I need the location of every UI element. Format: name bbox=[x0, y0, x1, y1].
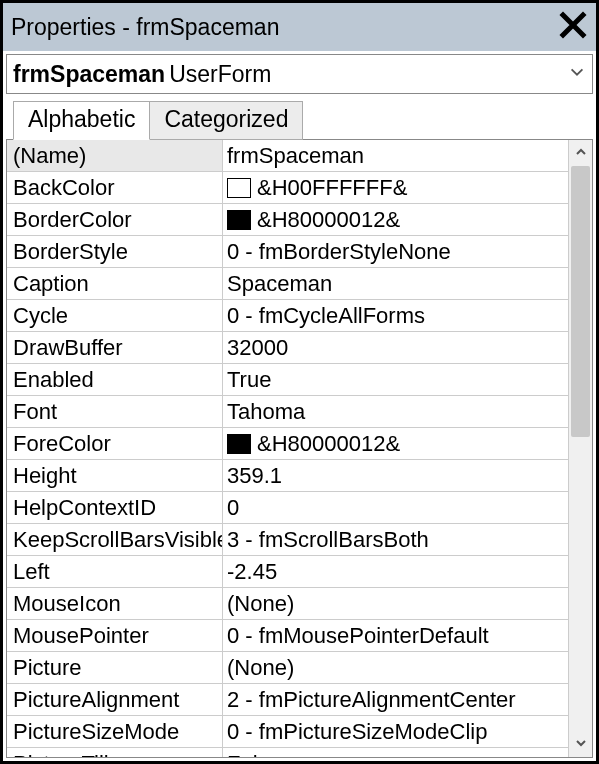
property-value[interactable]: 0 bbox=[223, 492, 568, 523]
property-row[interactable]: HelpContextID0 bbox=[7, 492, 568, 524]
property-value-text: &H80000012& bbox=[257, 207, 400, 233]
property-row[interactable]: ForeColor&H80000012& bbox=[7, 428, 568, 460]
property-row[interactable]: MouseIcon(None) bbox=[7, 588, 568, 620]
property-name: Height bbox=[7, 460, 223, 491]
property-name: Left bbox=[7, 556, 223, 587]
property-row[interactable]: Height359.1 bbox=[7, 460, 568, 492]
property-value[interactable]: Spaceman bbox=[223, 268, 568, 299]
property-value[interactable]: True bbox=[223, 364, 568, 395]
property-name: Caption bbox=[7, 268, 223, 299]
property-row[interactable]: (Name)frmSpaceman bbox=[7, 140, 568, 172]
property-row[interactable]: PictureAlignment2 - fmPictureAlignmentCe… bbox=[7, 684, 568, 716]
tab-strip: Alphabetic Categorized bbox=[3, 94, 596, 139]
property-name: Cycle bbox=[7, 300, 223, 331]
property-value-text: (None) bbox=[227, 591, 294, 617]
property-name: KeepScrollBarsVisible bbox=[7, 524, 223, 555]
titlebar: Properties - frmSpaceman bbox=[3, 3, 596, 51]
tab-alphabetic[interactable]: Alphabetic bbox=[13, 101, 150, 140]
property-value[interactable]: &H00FFFFFF& bbox=[223, 172, 568, 203]
property-grid-container: (Name)frmSpacemanBackColor&H00FFFFFF&Bor… bbox=[6, 139, 593, 758]
property-value-text: frmSpaceman bbox=[227, 143, 364, 169]
property-row[interactable]: BackColor&H00FFFFFF& bbox=[7, 172, 568, 204]
property-row[interactable]: CaptionSpaceman bbox=[7, 268, 568, 300]
property-row[interactable]: DrawBuffer32000 bbox=[7, 332, 568, 364]
property-name: Enabled bbox=[7, 364, 223, 395]
property-value-text: 3 - fmScrollBarsBoth bbox=[227, 527, 429, 553]
property-name: (Name) bbox=[7, 140, 223, 171]
property-name: BackColor bbox=[7, 172, 223, 203]
property-value-text: True bbox=[227, 367, 271, 393]
property-value[interactable]: 3 - fmScrollBarsBoth bbox=[223, 524, 568, 555]
property-row[interactable]: PictureTilingFalse bbox=[7, 748, 568, 757]
property-value-text: -2.45 bbox=[227, 559, 277, 585]
property-value-text: 0 bbox=[227, 495, 239, 521]
property-value[interactable]: &H80000012& bbox=[223, 428, 568, 459]
property-name: MousePointer bbox=[7, 620, 223, 651]
property-row[interactable]: Cycle0 - fmCycleAllForms bbox=[7, 300, 568, 332]
tab-categorized[interactable]: Categorized bbox=[149, 101, 303, 140]
property-value-text: &H80000012& bbox=[257, 431, 400, 457]
properties-window: Properties - frmSpaceman frmSpaceman Use… bbox=[0, 0, 599, 764]
property-value[interactable]: frmSpaceman bbox=[223, 140, 568, 171]
property-value-text: 0 - fmMousePointerDefault bbox=[227, 623, 489, 649]
property-value[interactable]: 0 - fmCycleAllForms bbox=[223, 300, 568, 331]
window-title: Properties - frmSpaceman bbox=[11, 14, 279, 41]
property-value[interactable]: Tahoma bbox=[223, 396, 568, 427]
property-value-text: False bbox=[227, 751, 281, 758]
property-row[interactable]: BorderColor&H80000012& bbox=[7, 204, 568, 236]
property-row[interactable]: BorderStyle0 - fmBorderStyleNone bbox=[7, 236, 568, 268]
property-value-text: 2 - fmPictureAlignmentCenter bbox=[227, 687, 516, 713]
color-swatch bbox=[227, 210, 251, 230]
property-value-text: 32000 bbox=[227, 335, 288, 361]
property-row[interactable]: PictureSizeMode0 - fmPictureSizeModeClip bbox=[7, 716, 568, 748]
property-value[interactable]: 0 - fmMousePointerDefault bbox=[223, 620, 568, 651]
property-name: PictureTiling bbox=[7, 748, 223, 757]
object-type: UserForm bbox=[169, 61, 271, 88]
property-value[interactable]: 0 - fmBorderStyleNone bbox=[223, 236, 568, 267]
property-value[interactable]: &H80000012& bbox=[223, 204, 568, 235]
property-name: BorderStyle bbox=[7, 236, 223, 267]
object-selector[interactable]: frmSpaceman UserForm bbox=[6, 54, 593, 94]
property-name: PictureAlignment bbox=[7, 684, 223, 715]
property-value-text: (None) bbox=[227, 655, 294, 681]
property-grid: (Name)frmSpacemanBackColor&H00FFFFFF&Bor… bbox=[7, 140, 568, 757]
scroll-down-button[interactable] bbox=[569, 731, 593, 757]
property-value[interactable]: 2 - fmPictureAlignmentCenter bbox=[223, 684, 568, 715]
property-value-text: Tahoma bbox=[227, 399, 305, 425]
property-value-text: 0 - fmCycleAllForms bbox=[227, 303, 425, 329]
close-icon bbox=[558, 10, 588, 44]
property-value-text: 359.1 bbox=[227, 463, 282, 489]
property-row[interactable]: FontTahoma bbox=[7, 396, 568, 428]
chevron-down-icon bbox=[568, 63, 586, 85]
property-value-text: 0 - fmPictureSizeModeClip bbox=[227, 719, 487, 745]
property-name: Picture bbox=[7, 652, 223, 683]
property-value[interactable]: 32000 bbox=[223, 332, 568, 363]
property-name: MouseIcon bbox=[7, 588, 223, 619]
property-value-text: Spaceman bbox=[227, 271, 332, 297]
property-value-text: &H00FFFFFF& bbox=[257, 175, 407, 201]
property-name: BorderColor bbox=[7, 204, 223, 235]
vertical-scrollbar[interactable] bbox=[568, 140, 592, 757]
property-value[interactable]: (None) bbox=[223, 652, 568, 683]
scroll-up-button[interactable] bbox=[569, 140, 593, 166]
property-row[interactable]: KeepScrollBarsVisible3 - fmScrollBarsBot… bbox=[7, 524, 568, 556]
property-value[interactable]: 0 - fmPictureSizeModeClip bbox=[223, 716, 568, 747]
close-button[interactable] bbox=[556, 10, 590, 44]
property-value[interactable]: False bbox=[223, 748, 568, 757]
color-swatch bbox=[227, 178, 251, 198]
property-row[interactable]: Picture(None) bbox=[7, 652, 568, 684]
scrollbar-track[interactable] bbox=[569, 166, 592, 731]
chevron-down-icon bbox=[575, 735, 587, 753]
property-row[interactable]: Left-2.45 bbox=[7, 556, 568, 588]
property-value[interactable]: -2.45 bbox=[223, 556, 568, 587]
object-name: frmSpaceman bbox=[13, 61, 165, 88]
property-name: HelpContextID bbox=[7, 492, 223, 523]
chevron-up-icon bbox=[575, 144, 587, 162]
property-row[interactable]: EnabledTrue bbox=[7, 364, 568, 396]
color-swatch bbox=[227, 434, 251, 454]
property-name: Font bbox=[7, 396, 223, 427]
property-value[interactable]: 359.1 bbox=[223, 460, 568, 491]
property-row[interactable]: MousePointer0 - fmMousePointerDefault bbox=[7, 620, 568, 652]
scrollbar-thumb[interactable] bbox=[571, 166, 590, 437]
property-value[interactable]: (None) bbox=[223, 588, 568, 619]
